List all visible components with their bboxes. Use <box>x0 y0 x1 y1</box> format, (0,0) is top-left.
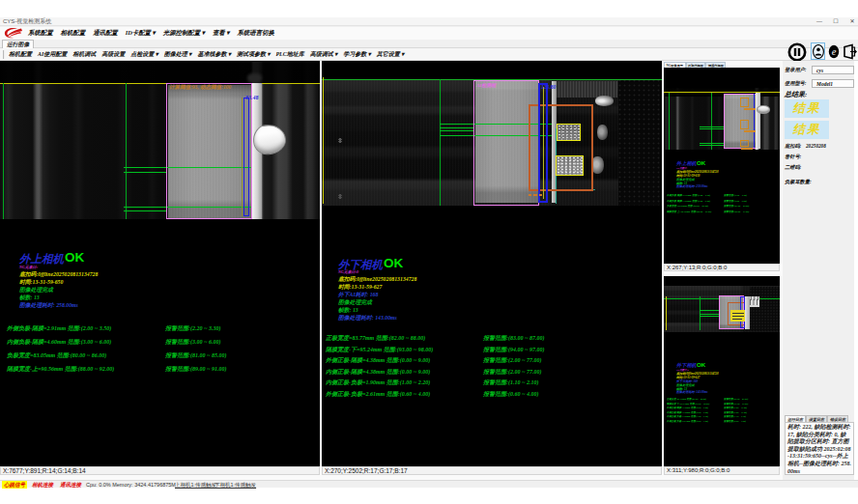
green-measure-line <box>700 314 719 315</box>
measurement-text: 正极宽度=83.77mm 范围:(82.00 ~ 88.00) <box>667 398 706 401</box>
result-ok-text: OK <box>697 361 705 368</box>
user-button[interactable] <box>811 42 825 60</box>
tool-item-camera-debug[interactable]: 相机调试 <box>72 50 96 59</box>
alarm-range-text: 报警范围:(81.00 ~ 85.00) <box>724 205 749 208</box>
machinery-dark-zone <box>618 79 662 206</box>
heartbeat-status-badge: 心跳信号 <box>2 481 27 489</box>
tab-settings-log[interactable]: 设置日志 <box>806 415 827 422</box>
result-box-1: 结果 <box>785 99 829 118</box>
alarm-range-text: 报警范围:(81.00 ~ 85.00) <box>165 351 226 360</box>
e-icon: e <box>828 44 840 59</box>
menu-item-camera-config[interactable]: 相机配置 <box>61 29 86 38</box>
tab-error-log[interactable]: 错误日志 <box>827 415 848 422</box>
alarm-range-text: 报警范围:(0.60 ~ 4.00) <box>724 420 746 423</box>
camera-view-lower[interactable]: AI检测框 123.80 外下相机 OK NG元素计:0 底扣码:0ffline… <box>322 61 662 466</box>
login-user-field[interactable]: cys <box>812 66 854 74</box>
measurement-text: 负极宽度=83.05mm 范围:(80.00 ~ 86.00) <box>7 351 106 360</box>
green-vertical-line <box>711 93 712 150</box>
threshold-overlay-text: 计算阈值:93, 动态阈值:100 <box>169 84 231 91</box>
camera-link-status: 相机连接 <box>30 481 55 489</box>
toolbar-grip <box>3 50 5 59</box>
camera-view-small-top[interactable]: 外上相机 OK NG元素计: 底扣码:0ffline20250208131347… <box>664 68 780 264</box>
measurement-text: 隔膜宽度-上=90.56mm 范围:(88.00 ~ 92.00) <box>667 210 711 213</box>
alarm-range-text: 报警范围:(94.00 ~ 97.00) <box>483 346 544 354</box>
menu-item-idcard-config[interactable]: ID卡配置 ▾ <box>126 29 156 38</box>
camera-panel-lower: AI检测框 123.80 外下相机 OK NG元素计:0 底扣码:0ffline… <box>322 61 662 475</box>
tool-item-learning-params[interactable]: 学习参数 ▾ <box>343 50 371 59</box>
coords-status-small-bottom: X:311;Y:980;R:0;G:0;B:0 <box>664 466 780 475</box>
pause-button[interactable] <box>786 42 808 62</box>
tool-item-advanced-settings[interactable]: 高级设置 <box>101 50 125 59</box>
measurement-text: 外侧负极-隔膜=2.91mm 范围:(2.00 ~ 3.50) <box>667 194 710 197</box>
tool-item-image-processing[interactable]: 图像处理 ▾ <box>164 50 192 59</box>
alarm-range-text: 报警范围:(2.00 ~ 77.00) <box>724 411 747 414</box>
exit-button[interactable] <box>842 42 858 61</box>
e-button[interactable]: e <box>827 42 841 60</box>
measure-blue-line <box>754 94 756 148</box>
tool-item-camera-config[interactable]: 相机配置 <box>9 50 32 59</box>
window-title: CYS-视觉检测系统 <box>3 18 51 25</box>
right-sidebar: 登录用户: cys 使用型号: Model1 总结果: 结果 结果 底扣码: 2… <box>783 61 854 480</box>
alarm-range-text: 报警范围:(2.20 ~ 3.30) <box>165 324 220 333</box>
bolt-highlight <box>597 125 608 140</box>
menu-item-system-config[interactable]: 系统配置 <box>28 29 53 38</box>
measurement-text: 内侧负极-隔膜=4.60mm 范围:(3.00 ~ 6.00) <box>667 200 710 203</box>
screw-mark <box>338 138 342 143</box>
coords-status-upper: X:7677;Y:891;R:14;G:14;B:14 <box>0 466 320 475</box>
result-box-1-text: 结果 <box>793 100 821 117</box>
tool-item-baseline-params[interactable]: 基准线参数 ▾ <box>197 50 231 59</box>
tab-run-log[interactable]: 运行日志 <box>785 415 806 422</box>
green-measure-line <box>700 310 719 311</box>
comm-link-status: 通讯连接 <box>58 481 83 489</box>
orange-mark <box>539 194 542 196</box>
close-icon[interactable]: ✕ <box>848 17 856 26</box>
maximize-icon[interactable]: ☐ <box>832 17 840 26</box>
upper-camera-trigger-status: 上相机1:传感触发 <box>175 481 216 489</box>
bottom-code-label: 底扣码: <box>785 143 801 150</box>
orange-mark <box>741 148 753 150</box>
run-log-text[interactable]: 耗时: 222, 缺陷检测耗时: 17, 缺陷分类耗时: 0, 缺陷提取分区耗时… <box>785 422 854 475</box>
measurement-text: 内侧正极-隔膜=4.38mm 范围:(0.00 ~ 9.00) <box>667 411 708 414</box>
minimize-icon[interactable]: — <box>815 17 823 26</box>
machinery-dark-zone <box>750 287 780 331</box>
tool-item-advanced-debug[interactable]: 高级调试 ▾ <box>310 50 338 59</box>
tool-item-spot-check[interactable]: 点检设置 ▾ <box>130 50 158 59</box>
measurement-text: 外侧负极-隔膜=2.91mm 范围:(2.00 ~ 3.50) <box>7 324 111 333</box>
measurement-text: 内侧负极-隔膜=4.60mm 范围:(3.00 ~ 6.00) <box>7 338 111 347</box>
green-vertical-line <box>440 79 441 206</box>
model-field[interactable]: Model1 <box>812 79 854 88</box>
ai-detect-box <box>740 120 749 129</box>
menu-item-light-config[interactable]: 光源控制配置 ▾ <box>163 29 205 38</box>
login-user-label: 登录用户: <box>785 67 806 73</box>
label-dash <box>732 313 744 314</box>
action-buttons: e <box>783 42 858 62</box>
tool-item-test-params[interactable]: 测试项参数 ▾ <box>237 50 271 59</box>
alarm-range-text: 报警范围:(2.20 ~ 3.30) <box>724 194 747 197</box>
tool-item-ai-config[interactable]: AI使用配置 <box>38 50 67 59</box>
alarm-range-text: 报警范围:(2.00 ~ 77.00) <box>483 368 541 377</box>
menu-item-view[interactable]: 查看 ▾ <box>213 29 230 38</box>
measurement-text: 外侧正极-负极=2.61mm 范围:(0.60 ~ 4.00) <box>326 390 430 399</box>
camera-view-upper[interactable]: 计算阈值:93, 动态阈值:100 83.48 外上相机 OK NG元素计: 底… <box>0 61 320 466</box>
measurement-text: 正极宽度=83.77mm 范围:(82.00 ~ 88.00) <box>326 334 425 343</box>
camera-name-text: 外下相机 <box>676 362 697 369</box>
bright-edge-strip <box>745 296 750 329</box>
electrode-tab-blob <box>757 105 770 114</box>
application-root: CYS-视觉检测系统 — ☐ ✕ 系统配置 相机配置 通讯配置 ID卡配置 ▾ … <box>0 0 858 504</box>
camera-view-small-bottom[interactable]: 外下相机 OK NG元素计:0 底扣码:0ffline2025020813134… <box>664 276 780 466</box>
alarm-range-text: 报警范围:(94.00 ~ 97.00) <box>724 403 748 406</box>
green-edge-line <box>669 93 670 150</box>
ai-box-label: AI检测框 <box>476 82 496 88</box>
menu-item-comm-config[interactable]: 通讯配置 <box>93 29 118 38</box>
camera-name-text: 外上相机 <box>676 160 697 167</box>
alarm-range-text: 报警范围:(83.00 ~ 87.00) <box>483 334 544 343</box>
tool-item-plc-address[interactable]: PLC地址库 <box>275 50 303 59</box>
menu-item-language-switch[interactable]: 系统语言切换 <box>238 29 274 38</box>
tab-run-image[interactable]: 运行图像 <box>2 40 34 48</box>
ai-detect-box <box>740 98 749 107</box>
tool-item-other-settings[interactable]: 其它设置 ▾ <box>377 50 405 59</box>
bright-edge-strip <box>756 93 760 149</box>
green-measure-line <box>700 126 724 127</box>
camera-panel-small-top: NG图像显示 外观内视图 焊接内视图 <box>664 62 780 271</box>
green-measure-line <box>124 172 166 173</box>
